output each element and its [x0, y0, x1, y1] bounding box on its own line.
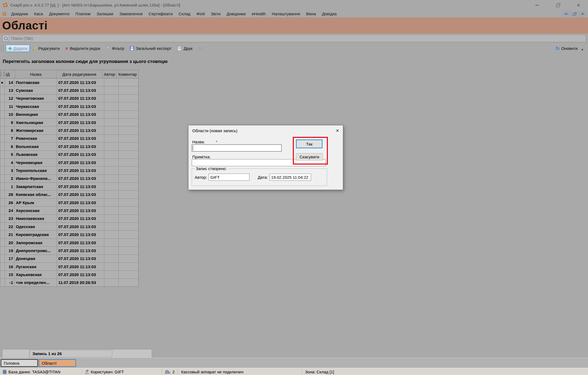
- cell-name[interactable]: Ровенская: [14, 135, 57, 142]
- date-field[interactable]: [270, 174, 311, 181]
- cell-date[interactable]: 07.07.2020 11:13:03: [57, 151, 104, 158]
- row-selector[interactable]: [0, 135, 5, 142]
- row-selector[interactable]: [0, 207, 5, 214]
- table-row[interactable]: 4Черновецкая07.07.2020 11:13:03: [0, 159, 138, 167]
- cell-comment[interactable]: [119, 119, 138, 126]
- table-row[interactable]: 9Хмельницкая07.07.2020 11:13:03: [0, 119, 138, 126]
- menu-item-11[interactable]: eHealth: [249, 11, 269, 17]
- cell-id[interactable]: 13: [5, 86, 14, 94]
- table-row[interactable]: 10Винницкая07.07.2020 11:13:03: [0, 111, 138, 119]
- menu-item-8[interactable]: Філії: [193, 11, 208, 17]
- cell-date[interactable]: 07.07.2020 11:13:03: [57, 102, 104, 110]
- cell-name[interactable]: Кировоградская: [14, 231, 57, 238]
- menu-item-9[interactable]: Звіти: [208, 11, 224, 17]
- cell-id[interactable]: 20: [5, 239, 14, 246]
- cell-id[interactable]: 10: [5, 111, 14, 118]
- table-row[interactable]: 11Черкасская07.07.2020 11:13:03: [0, 102, 138, 110]
- cell-date[interactable]: 07.07.2020 11:13:03: [57, 199, 104, 206]
- menu-item-5[interactable]: Замовлення: [116, 11, 145, 17]
- cell-comment[interactable]: [119, 239, 138, 246]
- cell-comment[interactable]: [119, 102, 138, 110]
- cell-author[interactable]: [104, 231, 119, 238]
- name-field[interactable]: [192, 144, 282, 152]
- cell-date[interactable]: 07.07.2020 11:13:03: [57, 86, 104, 94]
- table-row[interactable]: 16Луганская07.07.2020 11:13:03: [0, 263, 138, 271]
- cell-comment[interactable]: [119, 159, 138, 166]
- cell-author[interactable]: [104, 86, 119, 94]
- cell-name[interactable]: Тернопольская: [14, 167, 57, 174]
- menu-item-10[interactable]: Довідники: [224, 11, 249, 17]
- table-row[interactable]: 28Киевская облас...07.07.2020 11:13:03: [0, 190, 138, 198]
- ok-button[interactable]: Так: [296, 140, 322, 148]
- cell-date[interactable]: 07.07.2020 11:13:03: [57, 126, 104, 134]
- cell-author[interactable]: [104, 215, 119, 222]
- row-selector[interactable]: [0, 271, 5, 278]
- search-icon[interactable]: [3, 35, 9, 41]
- columns-button[interactable]: [196, 45, 204, 52]
- table-row[interactable]: ▶14Полтавская07.07.2020 11:13:03: [0, 78, 138, 86]
- cell-author[interactable]: [104, 135, 119, 142]
- cell-date[interactable]: 07.07.2020 11:13:03: [57, 119, 104, 126]
- column-header-author[interactable]: Автор: [102, 70, 117, 78]
- cell-id[interactable]: 4: [5, 159, 14, 166]
- column-header-name[interactable]: Назва: [15, 70, 56, 78]
- menu-item-1[interactable]: Каса: [31, 11, 46, 17]
- menu-item-6[interactable]: Сертифікати: [146, 11, 176, 17]
- table-row[interactable]: 19Днепропетровс...07.07.2020 11:13:03: [0, 247, 138, 255]
- cell-author[interactable]: [104, 111, 119, 118]
- cell-date[interactable]: 07.07.2020 11:13:03: [57, 190, 104, 198]
- cell-name[interactable]: Черновецкая: [14, 159, 57, 166]
- cell-author[interactable]: [104, 126, 119, 134]
- tab-oblasti[interactable]: Області: [39, 359, 76, 367]
- table-row[interactable]: 1Закарпатская07.07.2020 11:13:03: [0, 183, 138, 190]
- row-selector[interactable]: [0, 119, 5, 126]
- cell-name[interactable]: Николаевская: [14, 215, 57, 222]
- cell-comment[interactable]: [119, 199, 138, 206]
- cell-author[interactable]: [104, 102, 119, 110]
- row-selector[interactable]: [0, 111, 5, 118]
- cell-date[interactable]: 07.07.2020 11:13:03: [57, 167, 104, 174]
- menu-item-4[interactable]: Залишки: [94, 11, 117, 17]
- row-selector[interactable]: [0, 239, 5, 246]
- cell-id[interactable]: 28: [5, 190, 14, 198]
- cell-comment[interactable]: [119, 231, 138, 238]
- row-selector[interactable]: [0, 167, 5, 174]
- cell-date[interactable]: 07.07.2020 11:13:03: [57, 175, 104, 182]
- cell-id[interactable]: 6: [5, 143, 14, 150]
- cell-name[interactable]: Донецкая: [14, 255, 57, 262]
- cell-name[interactable]: Днепропетровс...: [14, 247, 57, 254]
- cell-comment[interactable]: [119, 167, 138, 174]
- row-selector[interactable]: [0, 199, 5, 206]
- cell-comment[interactable]: [119, 143, 138, 150]
- cell-id[interactable]: 3: [5, 167, 14, 174]
- filter-button[interactable]: Фільтр: [103, 45, 126, 52]
- cell-name[interactable]: Волынская: [14, 143, 57, 150]
- menu-item-14[interactable]: Довідка: [319, 11, 340, 17]
- row-selector[interactable]: [0, 95, 5, 102]
- cell-comment[interactable]: [119, 271, 138, 278]
- mdi-restore-icon[interactable]: [571, 11, 578, 17]
- cell-name[interactable]: Винницкая: [14, 111, 57, 118]
- table-row[interactable]: 3Тернопольская07.07.2020 11:13:03: [0, 167, 138, 174]
- row-selector[interactable]: [0, 175, 5, 182]
- restore-icon[interactable]: [554, 2, 561, 8]
- cell-id[interactable]: 9: [5, 119, 14, 126]
- cell-author[interactable]: [104, 199, 119, 206]
- cell-author[interactable]: [104, 263, 119, 270]
- row-selector[interactable]: [0, 215, 5, 222]
- table-row[interactable]: 2Ивано-Франков...07.07.2020 11:13:03: [0, 175, 138, 183]
- row-selector[interactable]: [0, 126, 5, 134]
- mdi-minimize-icon[interactable]: [562, 11, 570, 17]
- add-button[interactable]: + Додати: [6, 45, 30, 52]
- cell-author[interactable]: [104, 183, 119, 190]
- cell-author[interactable]: [104, 255, 119, 262]
- cell-comment[interactable]: [119, 247, 138, 254]
- row-selector[interactable]: [0, 86, 5, 94]
- cell-date[interactable]: 07.07.2020 11:13:03: [57, 95, 104, 102]
- table-row[interactable]: 13Сумская07.07.2020 11:13:03: [0, 86, 138, 94]
- cell-date[interactable]: 07.07.2020 11:13:03: [57, 215, 104, 222]
- row-selector[interactable]: [0, 102, 5, 110]
- cell-comment[interactable]: [119, 183, 138, 190]
- cell-name[interactable]: Львовская: [14, 151, 57, 158]
- cell-date[interactable]: 07.07.2020 11:13:03: [57, 159, 104, 166]
